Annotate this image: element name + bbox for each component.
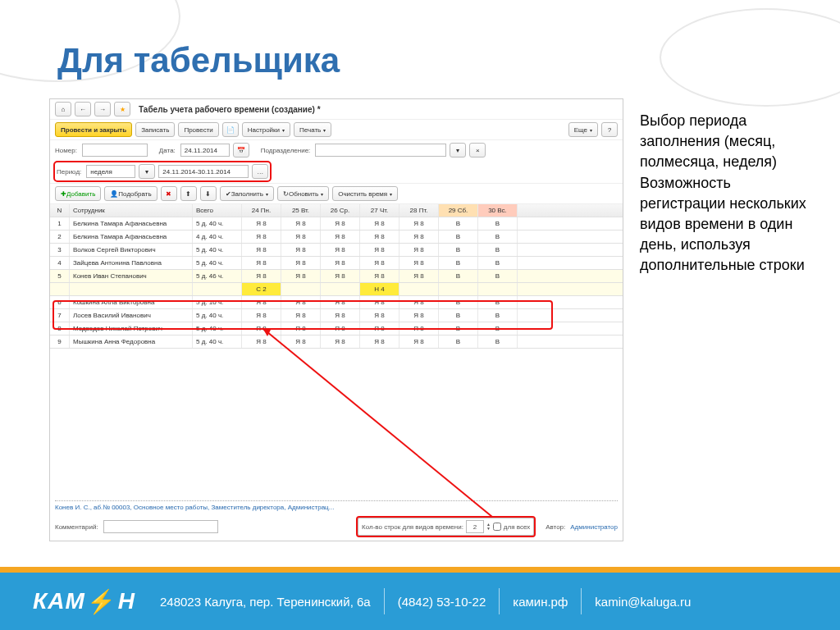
cell-day[interactable]: Я 8 xyxy=(242,257,281,269)
add-button[interactable]: ✚ Добавить xyxy=(55,186,101,201)
cell-day[interactable] xyxy=(281,283,321,295)
cell-day[interactable]: Я 8 xyxy=(281,296,321,308)
delete-button[interactable]: ✖ xyxy=(161,186,177,201)
refresh-button[interactable]: ↻ Обновить xyxy=(277,186,329,201)
cell-day[interactable]: Я 8 xyxy=(399,296,439,308)
cell-day[interactable]: Я 8 xyxy=(360,231,399,243)
cell-day[interactable]: В xyxy=(439,257,478,269)
cell-day[interactable]: Я 8 xyxy=(321,336,360,348)
cell-day[interactable]: В xyxy=(478,217,518,230)
cell-day[interactable]: Я 8 xyxy=(360,217,399,230)
cell-day[interactable]: В xyxy=(439,217,478,230)
cell-day[interactable]: Я 8 xyxy=(399,309,439,322)
cell-day[interactable]: Я 8 xyxy=(360,322,399,335)
dept-input[interactable] xyxy=(315,144,446,157)
cell-day[interactable]: Н 4 xyxy=(360,283,399,295)
cell-day[interactable]: Я 8 xyxy=(399,257,439,269)
table-row[interactable]: 2Белкина Тамара Афанасьевна4 д. 40 ч.Я 8… xyxy=(50,231,623,244)
table-row[interactable]: 3Волков Сергей Викторович5 д. 40 ч.Я 8Я … xyxy=(50,244,623,257)
save-close-button[interactable]: Провести и закрыть xyxy=(55,122,132,137)
cell-day[interactable]: В xyxy=(478,270,518,282)
cell-day[interactable]: Я 8 xyxy=(242,309,281,322)
cell-day[interactable]: Я 8 xyxy=(360,336,399,348)
home-button[interactable]: ⌂ xyxy=(55,102,71,116)
cell-day[interactable] xyxy=(478,283,518,295)
cell-day[interactable]: Я 8 xyxy=(281,217,321,230)
rows-down-icon[interactable]: ▼ xyxy=(486,527,491,531)
cell-day[interactable]: В xyxy=(439,231,478,243)
cell-day[interactable]: Я 8 xyxy=(399,270,439,282)
more-button[interactable]: Еще xyxy=(568,122,598,137)
table-row[interactable]: 4Зайцева Антонина Павловна5 д. 40 ч.Я 8Я… xyxy=(50,257,623,270)
cell-day[interactable] xyxy=(399,283,439,295)
cell-day[interactable]: Я 8 xyxy=(281,270,321,282)
cell-day[interactable]: В xyxy=(439,270,478,282)
cell-day[interactable]: Я 8 xyxy=(281,257,321,269)
cell-day[interactable]: Я 8 xyxy=(281,231,321,243)
cell-day[interactable]: В xyxy=(439,336,478,348)
cell-day[interactable]: В xyxy=(439,322,478,335)
help-button[interactable]: ? xyxy=(601,122,618,137)
print-button[interactable]: Печать xyxy=(294,122,331,137)
cell-day[interactable]: В xyxy=(478,231,518,243)
cell-day[interactable]: Я 8 xyxy=(242,270,281,282)
cell-day[interactable]: С 2 xyxy=(242,283,281,295)
save-button[interactable]: Записать xyxy=(135,122,175,137)
post-button[interactable]: Провести xyxy=(178,122,218,137)
forward-button[interactable]: → xyxy=(94,102,111,116)
cell-day[interactable]: Я 8 xyxy=(242,322,281,335)
period-dropdown-icon[interactable]: ▾ xyxy=(139,164,155,179)
dept-select-icon[interactable]: ▾ xyxy=(450,143,466,158)
cell-day[interactable]: Я 8 xyxy=(242,217,281,230)
cell-day[interactable]: Я 8 xyxy=(321,217,360,230)
table-row[interactable]: 7Лосев Василий Иванович5 д. 40 ч.Я 8Я 8Я… xyxy=(50,309,623,322)
cell-day[interactable]: Я 8 xyxy=(321,231,360,243)
cell-day[interactable]: В xyxy=(478,322,518,335)
cell-day[interactable]: Я 8 xyxy=(321,270,360,282)
cell-day[interactable]: В xyxy=(478,309,518,322)
table-row[interactable]: 1Белкина Тамара Афанасьевна5 д. 40 ч.Я 8… xyxy=(50,217,623,231)
cell-day[interactable]: Я 8 xyxy=(242,244,281,256)
cell-day[interactable]: В xyxy=(439,309,478,322)
cell-day[interactable]: В xyxy=(439,296,478,308)
cell-day[interactable] xyxy=(321,283,360,295)
cell-day[interactable]: Я 8 xyxy=(321,322,360,335)
settings-button[interactable]: Настройки xyxy=(242,122,290,137)
cell-day[interactable] xyxy=(439,283,478,295)
forall-checkbox[interactable] xyxy=(493,523,501,531)
date-picker-icon[interactable]: 📅 xyxy=(233,143,249,158)
cell-day[interactable]: В xyxy=(478,296,518,308)
cell-day[interactable]: Я 8 xyxy=(360,270,399,282)
cell-day[interactable]: Я 8 xyxy=(321,309,360,322)
table-row[interactable]: 9Мышкина Анна Федоровна5 д. 40 ч.Я 8Я 8Я… xyxy=(50,336,623,349)
table-row[interactable]: 8Медведев Николай Петрович5 д. 40 ч.Я 8Я… xyxy=(50,322,623,336)
dept-clear-icon[interactable]: × xyxy=(469,143,486,158)
cell-day[interactable]: Я 8 xyxy=(399,217,439,230)
cell-day[interactable]: Я 8 xyxy=(281,309,321,322)
cell-day[interactable]: Я 8 xyxy=(281,336,321,348)
fill-button[interactable]: ✔ Заполнить xyxy=(220,186,274,201)
down-button[interactable]: ⬇ xyxy=(200,186,217,201)
cell-day[interactable]: Я 8 xyxy=(242,336,281,348)
cell-day[interactable]: Я 8 xyxy=(242,231,281,243)
number-input[interactable] xyxy=(82,144,148,157)
cell-day[interactable]: В xyxy=(439,244,478,256)
cell-day[interactable]: Я 8 xyxy=(360,244,399,256)
cell-day[interactable]: Я 8 xyxy=(321,257,360,269)
cell-day[interactable]: Я 8 xyxy=(281,322,321,335)
period-select[interactable]: неделя xyxy=(86,165,135,178)
cell-day[interactable]: Я 8 xyxy=(360,296,399,308)
cell-day[interactable]: Я 8 xyxy=(399,336,439,348)
cell-day[interactable]: Я 8 xyxy=(360,309,399,322)
cell-day[interactable]: Я 8 xyxy=(399,244,439,256)
cell-day[interactable]: Я 8 xyxy=(360,257,399,269)
back-button[interactable]: ← xyxy=(75,102,91,116)
pick-button[interactable]: 👤 Подобрать xyxy=(104,186,157,201)
table-row[interactable]: 5Конев Иван Степанович5 д. 46 ч.Я 8Я 8Я … xyxy=(50,270,623,283)
cell-day[interactable]: В xyxy=(478,336,518,348)
up-button[interactable]: ⬆ xyxy=(180,186,197,201)
cell-day[interactable]: В xyxy=(478,257,518,269)
clear-time-button[interactable]: Очистить время xyxy=(332,186,398,201)
table-subrow[interactable]: С 2Н 4 xyxy=(50,283,623,296)
period-picker-icon[interactable]: … xyxy=(252,164,268,179)
